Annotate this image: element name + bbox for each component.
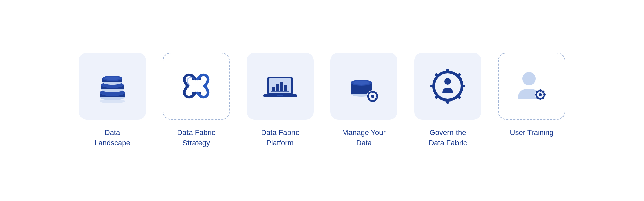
card-label-data-fabric-strategy: Data FabricStrategy: [177, 128, 215, 148]
card-icon-user-training: [498, 53, 565, 120]
svg-point-25: [353, 81, 369, 85]
card-manage-your-data[interactable]: Manage YourData: [329, 53, 399, 148]
svg-rect-41: [446, 99, 449, 104]
card-label-data-fabric-platform: Data FabricPlatform: [261, 128, 299, 148]
svg-rect-19: [284, 85, 287, 91]
svg-rect-31: [367, 95, 369, 97]
svg-point-51: [522, 72, 536, 85]
user-settings-icon: [512, 66, 552, 106]
card-data-fabric-strategy[interactable]: Data FabricStrategy: [161, 53, 231, 148]
svg-rect-40: [446, 69, 449, 73]
person-gear-icon: [428, 66, 468, 106]
svg-point-9: [105, 77, 120, 80]
svg-rect-21: [277, 95, 283, 96]
card-icon-data-fabric-platform: [247, 53, 314, 120]
svg-point-39: [444, 78, 451, 85]
svg-point-10: [100, 99, 125, 103]
card-data-fabric-platform[interactable]: Data FabricPlatform: [245, 53, 315, 148]
cards-container: DataLandscape Data FabricStrategy: [64, 39, 580, 162]
svg-rect-32: [376, 95, 378, 97]
chain-link-icon: [178, 71, 215, 101]
svg-rect-42: [430, 85, 434, 87]
card-icon-govern-the-data-fabric: [414, 53, 481, 120]
laptop-chart-icon: [260, 69, 300, 103]
svg-point-48: [458, 75, 460, 77]
svg-rect-43: [461, 85, 465, 87]
card-icon-data-fabric-strategy: [163, 53, 230, 120]
svg-rect-58: [543, 94, 546, 96]
database-stack-icon: [92, 68, 132, 105]
svg-rect-55: [540, 89, 541, 92]
card-govern-the-data-fabric[interactable]: Govern theData Fabric: [413, 53, 483, 148]
card-icon-manage-your-data: [330, 53, 397, 120]
svg-rect-16: [272, 87, 275, 91]
svg-rect-57: [535, 94, 537, 96]
svg-point-49: [460, 78, 462, 80]
database-gear-icon: [344, 68, 384, 105]
card-label-manage-your-data: Manage YourData: [342, 128, 386, 148]
card-label-data-landscape: DataLandscape: [94, 128, 130, 148]
card-data-landscape[interactable]: DataLandscape: [77, 53, 148, 148]
svg-rect-30: [372, 100, 374, 102]
card-icon-data-landscape: [79, 53, 146, 120]
svg-point-50: [461, 81, 463, 83]
card-label-user-training: User Training: [510, 128, 554, 138]
svg-rect-17: [276, 84, 279, 91]
svg-rect-29: [372, 91, 374, 93]
card-label-govern-the-data-fabric: Govern theData Fabric: [429, 128, 467, 148]
svg-rect-56: [540, 98, 541, 100]
svg-point-54: [539, 93, 542, 96]
svg-rect-18: [280, 82, 283, 91]
svg-point-28: [371, 95, 374, 98]
card-user-training[interactable]: User Training: [496, 53, 567, 138]
